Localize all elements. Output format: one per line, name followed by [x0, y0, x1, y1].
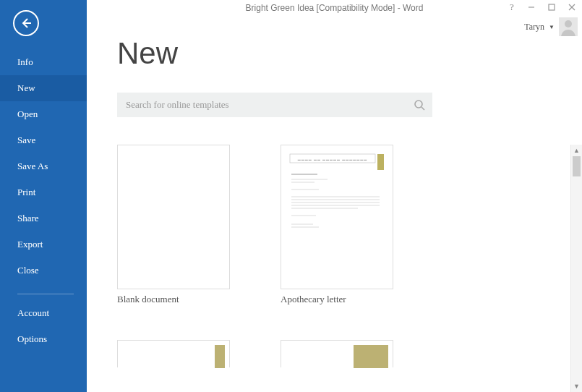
- nav-save[interactable]: Save: [0, 127, 87, 153]
- svg-point-6: [415, 101, 422, 108]
- nav-save-as[interactable]: Save As: [0, 153, 87, 179]
- nav-account[interactable]: Account: [0, 300, 87, 326]
- template-item[interactable]: ▬▬▬▬ ▬▬ ▬▬▬▬▬ ▬▬▬▬▬▬▬: [281, 145, 393, 305]
- nav-options[interactable]: Options: [0, 326, 87, 352]
- nav-close[interactable]: Close: [0, 257, 87, 284]
- template-thumb-partial[interactable]: [117, 340, 230, 367]
- nav-new[interactable]: New: [0, 75, 87, 101]
- backstage-sidebar: Info New Open Save Save As Print Share E…: [0, 0, 87, 392]
- nav-export[interactable]: Export: [0, 231, 87, 257]
- scroll-up-button[interactable]: ▲: [571, 145, 582, 156]
- svg-line-7: [421, 107, 424, 110]
- nav-open[interactable]: Open: [0, 101, 87, 127]
- nav-share[interactable]: Share: [0, 205, 87, 231]
- nav-print[interactable]: Print: [0, 179, 87, 205]
- search-input[interactable]: [117, 93, 406, 117]
- template-thumb-blank[interactable]: [117, 145, 230, 289]
- svg-rect-10: [377, 154, 384, 170]
- backstage-nav: Info New Open Save Save As Print Share E…: [0, 49, 87, 352]
- template-label: Blank document: [117, 294, 230, 305]
- template-search: [117, 93, 432, 117]
- template-thumb-apothecary[interactable]: ▬▬▬▬ ▬▬ ▬▬▬▬▬ ▬▬▬▬▬▬▬: [281, 145, 393, 289]
- nav-info[interactable]: Info: [0, 49, 87, 75]
- vertical-scrollbar[interactable]: ▲ ▼: [570, 145, 582, 392]
- nav-separator: [17, 294, 74, 294]
- scroll-down-button[interactable]: ▼: [571, 380, 582, 392]
- template-item[interactable]: Blank document: [117, 145, 230, 305]
- template-gallery: Blank document ▬▬▬▬ ▬▬ ▬▬▬▬▬ ▬▬▬▬▬▬▬: [117, 145, 566, 392]
- svg-text:▬▬▬▬ ▬▬ ▬▬▬▬▬ ▬▬▬▬▬▬▬: ▬▬▬▬ ▬▬ ▬▬▬▬▬ ▬▬▬▬▬▬▬: [298, 158, 367, 161]
- search-icon[interactable]: [406, 93, 432, 117]
- scroll-thumb[interactable]: [573, 156, 581, 176]
- template-label: Apothecary letter: [281, 294, 393, 305]
- page-title: New: [117, 36, 178, 71]
- template-thumb-partial[interactable]: [281, 340, 393, 367]
- back-button[interactable]: [13, 10, 39, 36]
